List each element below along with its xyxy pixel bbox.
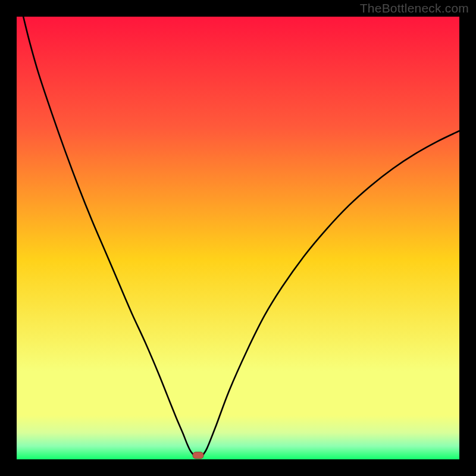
plot-area <box>17 17 459 459</box>
gradient-background <box>17 17 459 459</box>
watermark-text: TheBottleneck.com <box>360 1 469 15</box>
minimum-marker <box>193 452 203 459</box>
page-root: TheBottleneck.com <box>0 0 476 476</box>
bottleneck-chart <box>17 17 459 459</box>
